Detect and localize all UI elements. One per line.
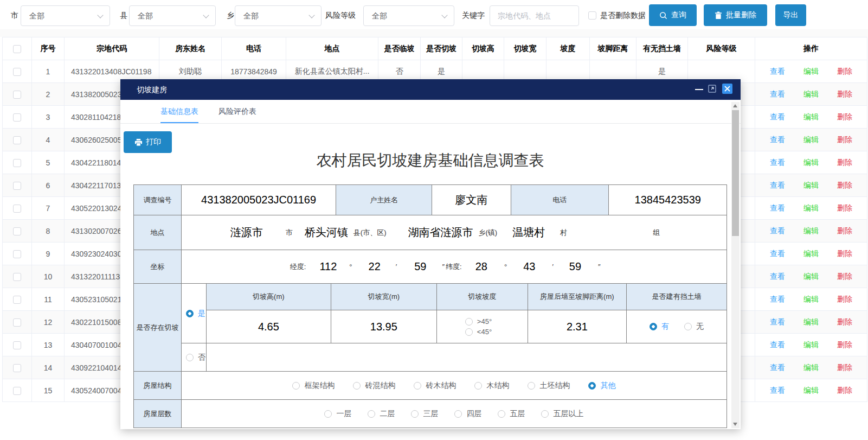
edit-link[interactable]: 编辑	[803, 226, 819, 235]
delete-link[interactable]: 删除	[837, 340, 852, 349]
view-link[interactable]: 查看	[770, 249, 785, 258]
minimize-icon[interactable]	[695, 89, 703, 90]
view-link[interactable]: 查看	[770, 317, 785, 326]
delete-link[interactable]: 删除	[837, 67, 852, 75]
delete-link[interactable]: 删除	[837, 295, 852, 303]
view-link[interactable]: 查看	[770, 203, 785, 212]
floors-option-5[interactable]: 五层以上	[541, 409, 583, 419]
grade-lt45-radio[interactable]	[465, 328, 473, 336]
delete-link[interactable]: 删除	[837, 158, 852, 167]
structure-radio-5[interactable]	[588, 382, 596, 390]
scroll-up-icon[interactable]	[733, 104, 737, 107]
delete-link[interactable]: 删除	[837, 249, 852, 258]
modal-scrollbar[interactable]	[731, 102, 740, 428]
row-checkbox[interactable]	[13, 113, 21, 122]
row-checkbox[interactable]	[13, 91, 21, 99]
view-link[interactable]: 查看	[770, 67, 785, 75]
delete-link[interactable]: 删除	[837, 112, 852, 121]
structure-option-3[interactable]: 木结构	[474, 381, 509, 391]
select-all-checkbox[interactable]	[13, 45, 21, 53]
structure-radio-0[interactable]	[292, 382, 300, 390]
wall-no-option[interactable]: 无	[684, 322, 704, 331]
city-select[interactable]: 全部	[21, 5, 110, 26]
view-link[interactable]: 查看	[770, 226, 785, 235]
wall-yes-radio[interactable]	[650, 323, 657, 330]
close-icon[interactable]	[722, 84, 732, 94]
floors-option-0[interactable]: 一层	[324, 409, 351, 419]
edit-link[interactable]: 编辑	[803, 181, 819, 189]
floors-radio-4[interactable]	[498, 410, 505, 418]
floors-option-3[interactable]: 四层	[454, 409, 481, 419]
grade-gt45-radio[interactable]	[465, 318, 473, 326]
maximize-icon[interactable]	[708, 85, 716, 93]
scrollbar-thumb[interactable]	[732, 110, 739, 236]
slope-yes-option[interactable]: 是	[186, 309, 205, 318]
view-link[interactable]: 查看	[770, 90, 785, 98]
edit-link[interactable]: 编辑	[803, 317, 819, 326]
structure-radio-4[interactable]	[528, 382, 535, 390]
row-checkbox[interactable]	[13, 296, 21, 304]
structure-radio-2[interactable]	[414, 382, 421, 390]
town-select[interactable]: 全部	[235, 5, 322, 26]
view-link[interactable]: 查看	[770, 158, 785, 167]
delete-link[interactable]: 删除	[837, 135, 852, 144]
floors-radio-5[interactable]	[541, 410, 549, 418]
delete-link[interactable]: 删除	[837, 90, 852, 98]
view-link[interactable]: 查看	[770, 363, 785, 372]
floors-radio-2[interactable]	[411, 410, 419, 418]
delete-link[interactable]: 删除	[837, 203, 852, 212]
delete-link[interactable]: 删除	[837, 363, 852, 372]
county-select[interactable]: 全部	[129, 5, 216, 26]
delete-link[interactable]: 删除	[837, 272, 852, 280]
view-link[interactable]: 查看	[770, 112, 785, 121]
edit-link[interactable]: 编辑	[803, 340, 819, 349]
floors-radio-1[interactable]	[368, 410, 375, 418]
edit-link[interactable]: 编辑	[803, 249, 819, 258]
edit-link[interactable]: 编辑	[803, 363, 819, 372]
edit-link[interactable]: 编辑	[803, 158, 819, 167]
row-checkbox[interactable]	[13, 250, 21, 258]
slope-no-option[interactable]: 否	[186, 353, 205, 362]
tab-basic-info[interactable]: 基础信息表	[160, 100, 198, 123]
delete-link[interactable]: 删除	[837, 181, 852, 189]
edit-link[interactable]: 编辑	[803, 386, 819, 394]
slope-no-radio[interactable]	[186, 354, 194, 361]
row-checkbox[interactable]	[13, 159, 21, 167]
structure-option-4[interactable]: 土坯结构	[528, 381, 570, 391]
modal-header[interactable]: 切坡建房	[120, 79, 741, 100]
batch-delete-button[interactable]: 批量删除	[704, 4, 767, 26]
row-checkbox[interactable]	[13, 387, 21, 395]
row-checkbox[interactable]	[13, 182, 21, 190]
structure-radio-3[interactable]	[474, 382, 482, 390]
row-checkbox[interactable]	[13, 136, 21, 144]
delete-link[interactable]: 删除	[837, 226, 852, 235]
tab-risk-eval[interactable]: 风险评价表	[218, 100, 256, 123]
scroll-down-icon[interactable]	[733, 423, 737, 426]
view-link[interactable]: 查看	[770, 340, 785, 349]
edit-link[interactable]: 编辑	[803, 112, 819, 121]
grade-lt45-option[interactable]: <45°	[465, 328, 492, 336]
slope-yes-radio[interactable]	[186, 310, 194, 317]
edit-link[interactable]: 编辑	[803, 67, 819, 75]
row-checkbox[interactable]	[13, 364, 21, 372]
search-button[interactable]: 查询	[649, 4, 697, 26]
floors-option-1[interactable]: 二层	[368, 409, 395, 419]
row-checkbox[interactable]	[13, 68, 21, 76]
floors-option-2[interactable]: 三层	[411, 409, 438, 419]
edit-link[interactable]: 编辑	[803, 203, 819, 212]
structure-option-2[interactable]: 砖木结构	[414, 381, 456, 391]
delete-data-checkbox[interactable]	[588, 11, 596, 20]
row-checkbox[interactable]	[13, 341, 21, 349]
export-button[interactable]: 导出	[775, 4, 806, 26]
delete-link[interactable]: 删除	[837, 386, 852, 394]
view-link[interactable]: 查看	[770, 295, 785, 303]
structure-radio-1[interactable]	[353, 382, 361, 390]
wall-no-radio[interactable]	[684, 323, 692, 330]
view-link[interactable]: 查看	[770, 181, 785, 189]
row-checkbox[interactable]	[13, 205, 21, 213]
structure-option-0[interactable]: 框架结构	[292, 381, 335, 391]
risk-select[interactable]: 全部	[363, 5, 454, 26]
view-link[interactable]: 查看	[770, 386, 785, 394]
structure-option-5[interactable]: 其他	[588, 381, 615, 391]
edit-link[interactable]: 编辑	[803, 272, 819, 280]
